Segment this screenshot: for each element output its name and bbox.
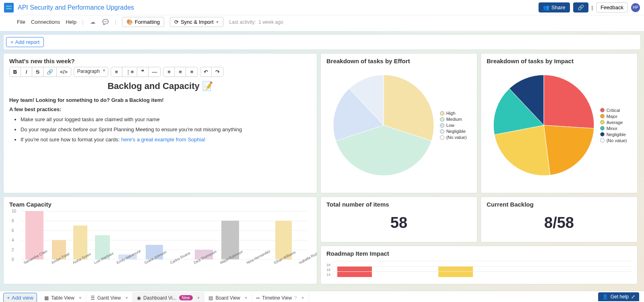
- team-capacity-title: Team Capacity: [9, 201, 311, 208]
- legend-label: Critical: [607, 108, 620, 113]
- board-icon: ▤: [208, 295, 213, 301]
- bar-column[interactable]: Jordan Patel: [49, 240, 69, 259]
- code-button[interactable]: </>: [57, 67, 71, 77]
- bold-button[interactable]: B: [10, 67, 21, 77]
- legend-item[interactable]: Critical: [600, 108, 627, 113]
- bar-column[interactable]: Emily Nakamura: [114, 254, 141, 259]
- y-tick-label: 8: [12, 219, 14, 223]
- unordered-list-button[interactable]: ⋮≡: [122, 67, 138, 77]
- blockquote-button[interactable]: ❞: [137, 67, 149, 77]
- share-button[interactable]: 👥 Share: [539, 2, 570, 12]
- feedback-button[interactable]: Feedback: [596, 2, 628, 12]
- pie-slice[interactable]: [544, 75, 594, 128]
- legend-item[interactable]: (No value): [440, 135, 467, 140]
- plus-icon: +: [10, 39, 14, 45]
- undo-button[interactable]: ↶: [200, 67, 212, 77]
- effort-pie-title: Breakdown of tasks by Effort: [326, 58, 471, 64]
- chevron-down-icon[interactable]: ▼: [301, 296, 305, 300]
- chevron-down-icon[interactable]: ▼: [125, 296, 128, 300]
- legend-item[interactable]: High: [440, 111, 467, 116]
- bar-column[interactable]: Grace Johnson: [142, 245, 167, 259]
- legend-item[interactable]: Medium: [440, 117, 467, 122]
- ordered-list-button[interactable]: ≡: [111, 67, 122, 77]
- y-tick-label: 2: [12, 248, 14, 252]
- chevron-down-icon[interactable]: ▼: [244, 296, 248, 300]
- user-avatar[interactable]: HP: [631, 3, 640, 12]
- current-backlog-card: Current Backlog 8/58: [481, 197, 638, 242]
- total-items-value: 58: [326, 210, 471, 236]
- bar-column[interactable]: Samantha Chen: [21, 211, 47, 259]
- legend-label: High: [446, 111, 456, 116]
- menu-help[interactable]: Help: [66, 19, 76, 25]
- menu-file[interactable]: File: [17, 19, 25, 25]
- roadmap-bar: [337, 267, 372, 277]
- x-tick-label: Carlos Rivera: [169, 251, 189, 261]
- help-icon[interactable]: ?: [294, 295, 297, 301]
- legend-label: (No value): [607, 138, 627, 143]
- bar-column[interactable]: Aisha Green: [70, 225, 91, 259]
- refresh-icon: ⟳: [174, 19, 179, 25]
- legend-label: Negligible: [607, 132, 626, 137]
- tab-timeline-view[interactable]: ═ Timeline View ? ▼: [252, 292, 309, 302]
- strike-button[interactable]: S: [32, 67, 43, 77]
- legend-swatch: [600, 108, 605, 112]
- avatar-icon: 👤: [602, 294, 608, 300]
- add-report-bar: + Add report: [3, 34, 641, 50]
- editor-intro: Hey team! Looking for something to do? G…: [9, 97, 164, 103]
- editor-bullet: Make sure all your logged tasks are clai…: [21, 116, 311, 122]
- tab-table-view[interactable]: ▦ Table View▼: [40, 292, 87, 302]
- y-tick-label: 6: [12, 228, 14, 233]
- align-center-button[interactable]: ≡: [175, 67, 186, 77]
- tab-gantt-view[interactable]: ☰ Gantt View▼: [87, 292, 133, 302]
- legend-swatch: [600, 120, 605, 124]
- formatting-button[interactable]: 🎨 Formatting: [122, 17, 164, 27]
- add-report-button[interactable]: + Add report: [6, 37, 44, 47]
- cloud-icon[interactable]: ☁: [89, 19, 96, 26]
- copy-link-button[interactable]: 🔗: [573, 2, 588, 12]
- legend-item[interactable]: Average: [600, 120, 627, 125]
- y-tick-label: 4: [12, 238, 14, 242]
- legend-item[interactable]: Negligible: [440, 129, 467, 134]
- legend-label: Medium: [446, 117, 462, 122]
- align-left-button[interactable]: ≡: [163, 67, 175, 77]
- effort-legend: HighMediumLowNegligible(No value): [440, 110, 467, 141]
- legend-item[interactable]: Low: [440, 123, 467, 128]
- align-right-button[interactable]: ≡: [186, 67, 197, 77]
- page-title[interactable]: API Security and Performance Upgrades: [18, 4, 539, 11]
- tab-dashboard-view[interactable]: ◉ Dashboard Vi... New ▼: [133, 292, 204, 302]
- block-style-select[interactable]: Paragraph ▼: [74, 67, 108, 77]
- bar-column[interactable]: Maya Robinson: [218, 221, 243, 259]
- bar-column[interactable]: Zara Thompson: [191, 250, 217, 259]
- editor-content[interactable]: Backlog and Capacity 📝 Hey team! Looking…: [9, 81, 311, 143]
- menu-connections[interactable]: Connections: [31, 19, 60, 25]
- bar-column[interactable]: Luis Martinez: [92, 235, 114, 259]
- legend-item[interactable]: Major: [600, 114, 627, 119]
- timeline-icon: ═: [256, 295, 260, 301]
- separator: |: [592, 4, 593, 10]
- legend-label: Average: [607, 120, 623, 125]
- link-button[interactable]: 🔗: [43, 67, 57, 77]
- chevron-down-icon[interactable]: ▼: [78, 296, 82, 300]
- legend-swatch: [600, 114, 605, 118]
- roadmap-bar: [438, 267, 473, 277]
- chevron-down-icon: ▼: [102, 68, 106, 72]
- sync-import-button[interactable]: ⟳ Sync & Import ▼: [170, 17, 224, 27]
- italic-button[interactable]: I: [21, 67, 32, 77]
- add-report-label: Add report: [15, 39, 40, 45]
- comment-icon[interactable]: 💬: [102, 19, 109, 26]
- new-badge: New: [179, 295, 193, 300]
- bar-column[interactable]: Ethan Williams: [272, 221, 296, 259]
- add-view-button[interactable]: + Add view: [3, 293, 37, 302]
- legend-item[interactable]: (No value): [600, 138, 627, 143]
- tab-board-view[interactable]: ▤ Board View▼: [204, 292, 252, 302]
- legend-item[interactable]: Negligible: [600, 132, 627, 137]
- redo-button[interactable]: ↷: [212, 67, 223, 77]
- get-help-button[interactable]: 👤 Get help ⤢: [598, 292, 639, 301]
- legend-label: (No value): [446, 135, 467, 140]
- legend-item[interactable]: Minor: [600, 126, 627, 131]
- hr-button[interactable]: —: [149, 67, 160, 77]
- pie-slice[interactable]: [544, 125, 594, 175]
- roadmap-card: Roadmap Item Impact 181614: [320, 246, 638, 284]
- chevron-down-icon[interactable]: ▼: [197, 296, 200, 300]
- editor-link[interactable]: here's a great example from Sophia!: [121, 137, 205, 143]
